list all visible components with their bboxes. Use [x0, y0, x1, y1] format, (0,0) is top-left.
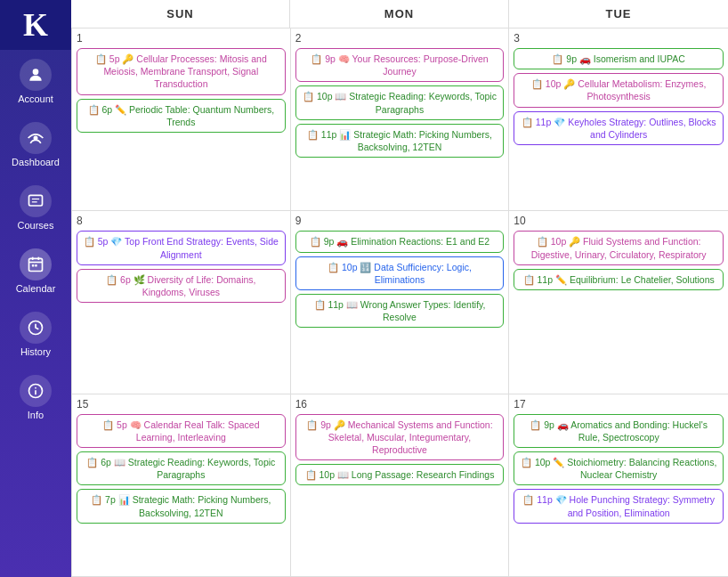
event-card-8-0[interactable]: 📋 5p 💎 Top Front End Strategy: Events, S…	[77, 231, 286, 264]
event-card-9-0[interactable]: 📋 9p 🚗 Elimination Reactions: E1 and E2	[295, 231, 505, 252]
cal-cell-15: 15📋 5p 🧠 Calendar Real Talk: Spaced Lear…	[72, 394, 291, 577]
header-tue: TUE	[509, 0, 728, 28]
dashboard-label: Dashboard	[12, 157, 60, 167]
event-card-17-0[interactable]: 📋 9p 🚗 Aromatics and Bonding: Huckel's R…	[514, 414, 724, 448]
event-card-17-1[interactable]: 📋 10p ✏️ Stoichiometry: Balancing Reacti…	[514, 451, 724, 485]
day-number-16: 16	[295, 398, 505, 410]
cal-cell-9: 9📋 9p 🚗 Elimination Reactions: E1 and E2…	[291, 211, 510, 394]
event-card-15-2[interactable]: 📋 7p 📊 Strategic Math: Picking Numbers, …	[77, 489, 286, 523]
sidebar-item-info[interactable]: Info	[0, 366, 71, 429]
svg-point-0	[33, 69, 39, 75]
calendar-grid: 1📋 5p 🔑 Cellular Processes: Mitosis and …	[71, 28, 728, 577]
courses-label: Courses	[18, 220, 54, 231]
header-mon: MON	[290, 0, 509, 28]
event-card-15-1[interactable]: 📋 6p 📖 Strategic Reading: Keywords, Topi…	[77, 451, 286, 485]
calendar-icon	[20, 248, 52, 280]
event-card-3-0[interactable]: 📋 9p 🚗 Isomerism and IUPAC	[514, 48, 724, 69]
cal-cell-10: 10📋 10p 🔑 Fluid Systems and Function: Di…	[509, 211, 728, 394]
event-card-15-0[interactable]: 📋 5p 🧠 Calendar Real Talk: Spaced Learni…	[77, 414, 286, 448]
history-icon	[20, 312, 52, 344]
day-number-3: 3	[514, 32, 724, 45]
sidebar-item-courses[interactable]: Courses	[0, 176, 71, 240]
event-card-10-0[interactable]: 📋 10p 🔑 Fluid Systems and Function: Dige…	[514, 231, 724, 264]
day-number-1: 1	[77, 32, 286, 45]
sidebar-item-calendar[interactable]: Calendar	[0, 240, 71, 303]
info-icon	[20, 375, 52, 407]
event-card-9-1[interactable]: 📋 10p 🔢 Data Sufficiency: Logic, Elimina…	[295, 256, 505, 290]
logo: K	[0, 0, 71, 50]
main-content: SUN MON TUE 1📋 5p 🔑 Cellular Processes: …	[71, 0, 728, 577]
svg-rect-9	[32, 264, 35, 267]
header-sun: SUN	[71, 0, 290, 28]
account-label: Account	[18, 93, 53, 104]
sidebar-item-dashboard[interactable]: Dashboard	[0, 113, 71, 176]
dashboard-icon	[20, 122, 52, 154]
day-number-8: 8	[77, 215, 286, 227]
event-card-3-1[interactable]: 📋 10p 🔑 Cellular Metabolism: Enzymes, Ph…	[514, 73, 724, 107]
day-number-2: 2	[295, 32, 505, 45]
sidebar-item-account[interactable]: Account	[0, 50, 71, 113]
svg-rect-10	[35, 264, 37, 267]
event-card-3-2[interactable]: 📋 11p 💎 Keyholes Strategy: Outlines, Blo…	[514, 111, 724, 145]
account-icon	[20, 59, 52, 91]
courses-icon	[20, 185, 52, 217]
calendar-label: Calendar	[16, 283, 56, 294]
day-number-9: 9	[295, 215, 505, 227]
event-card-9-2[interactable]: 📋 11p 📖 Wrong Answer Types: Identify, Re…	[295, 294, 505, 328]
sidebar: K Account Dashboard Courses Calendar His…	[0, 0, 71, 577]
event-card-1-1[interactable]: 📋 6p ✏️ Periodic Table: Quantum Numbers,…	[77, 99, 286, 133]
event-card-16-1[interactable]: 📋 10p 📖 Long Passage: Research Findings	[295, 464, 505, 485]
cal-cell-17: 17📋 9p 🚗 Aromatics and Bonding: Huckel's…	[509, 394, 728, 577]
cal-cell-8: 8📋 5p 💎 Top Front End Strategy: Events, …	[72, 211, 291, 394]
cal-cell-16: 16📋 9p 🔑 Mechanical Systems and Function…	[291, 394, 510, 577]
event-card-16-0[interactable]: 📋 9p 🔑 Mechanical Systems and Function: …	[295, 414, 505, 461]
info-label: Info	[28, 410, 44, 420]
event-card-17-2[interactable]: 📋 11p 💎 Hole Punching Strategy: Symmetry…	[514, 489, 724, 523]
day-number-10: 10	[514, 215, 724, 227]
cal-cell-2: 2📋 9p 🧠 Your Resources: Purpose-Driven J…	[291, 28, 510, 211]
sidebar-item-history[interactable]: History	[0, 303, 71, 366]
event-card-1-0[interactable]: 📋 5p 🔑 Cellular Processes: Mitosis and M…	[77, 48, 286, 95]
day-number-15: 15	[77, 398, 286, 410]
calendar-header: SUN MON TUE	[71, 0, 728, 28]
day-number-17: 17	[514, 398, 724, 410]
event-card-2-1[interactable]: 📋 10p 📖 Strategic Reading: Keywords, Top…	[295, 85, 505, 119]
k-logo-text: K	[23, 9, 48, 41]
event-card-10-1[interactable]: 📋 11p ✏️ Equilibrium: Le Chatelier, Solu…	[514, 269, 724, 290]
cal-cell-3: 3📋 9p 🚗 Isomerism and IUPAC📋 10p 🔑 Cellu…	[509, 28, 728, 211]
history-label: History	[20, 346, 51, 357]
event-card-2-2[interactable]: 📋 11p 📊 Strategic Math: Picking Numbers,…	[295, 124, 505, 158]
svg-rect-2	[29, 195, 43, 206]
event-card-8-1[interactable]: 📋 6p 🌿 Diversity of Life: Domains, Kingd…	[77, 269, 286, 303]
event-card-2-0[interactable]: 📋 9p 🧠 Your Resources: Purpose-Driven Jo…	[295, 48, 505, 82]
svg-point-14	[35, 387, 36, 389]
cal-cell-1: 1📋 5p 🔑 Cellular Processes: Mitosis and …	[72, 28, 291, 211]
